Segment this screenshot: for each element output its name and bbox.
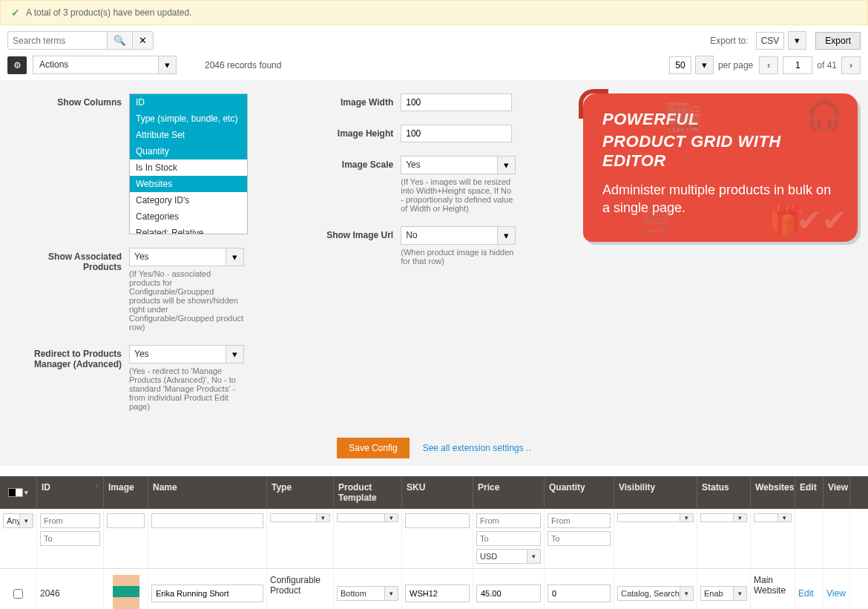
show-image-url-select[interactable]: No ▾: [401, 226, 516, 245]
cell-ptpl-select[interactable]: Bottom▾: [337, 586, 398, 601]
cell-websites: Main Website: [751, 569, 795, 609]
actions-select[interactable]: Actions ▾: [33, 56, 177, 74]
header-edit: Edit: [795, 476, 823, 509]
cell-name-input[interactable]: [151, 585, 263, 602]
cell-price-input[interactable]: [476, 585, 541, 602]
cell-visibility-select[interactable]: Catalog, Search▾: [617, 586, 694, 601]
header-status[interactable]: Status: [697, 476, 751, 509]
filter-sku[interactable]: [405, 513, 470, 528]
cell-qty-input[interactable]: [548, 585, 611, 602]
config-panel: Show Columns IDType (simple, bundle, etc…: [0, 80, 868, 427]
filter-qty-from[interactable]: [548, 513, 611, 528]
next-page-button[interactable]: ›: [841, 56, 861, 74]
filter-status-select[interactable]: ▾: [700, 513, 747, 522]
show-columns-label: Show Columns: [10, 93, 122, 234]
promo-bg-icons: 🏬 🎧 🛒 🎁 ✔✔: [583, 93, 858, 242]
header-type[interactable]: Type: [267, 476, 334, 509]
chevron-down-icon: ▾: [232, 349, 237, 360]
filter-name[interactable]: [151, 513, 263, 528]
save-config-button[interactable]: Save Config: [337, 438, 409, 458]
filter-id-from[interactable]: [40, 513, 100, 528]
chevron-right-icon: ›: [849, 60, 852, 70]
page-size-caret[interactable]: ▾: [695, 56, 714, 74]
header-id[interactable]: ID: [37, 476, 104, 509]
show-image-url-caret[interactable]: ▾: [497, 226, 516, 245]
filter-price-from[interactable]: [476, 513, 541, 528]
see-all-settings-link[interactable]: See all extension settings ..: [423, 443, 531, 453]
redirect-hint: (Yes - redirect to 'Manage Products (Adv…: [129, 366, 244, 411]
filter-currency-select[interactable]: USD▾: [476, 549, 541, 564]
product-grid: ▾ ID Image Name Type Product Template SK…: [0, 476, 868, 609]
export-format-select[interactable]: CSV: [756, 32, 785, 50]
header-view: View: [823, 476, 850, 509]
page-input[interactable]: [783, 56, 812, 74]
header-product-template[interactable]: Product Template: [334, 476, 402, 509]
column-option[interactable]: Attribute Set: [130, 127, 247, 143]
cell-image: [104, 569, 148, 609]
show-associated-caret[interactable]: ▾: [226, 248, 244, 266]
header-price[interactable]: Price: [473, 476, 545, 509]
header-sku[interactable]: SKU: [402, 476, 473, 509]
show-associated-select[interactable]: Yes ▾: [129, 248, 244, 266]
search-group: 🔍 ✕: [7, 31, 154, 50]
page-size-input[interactable]: [669, 56, 691, 74]
save-row: Save Config See all extension settings .…: [0, 427, 868, 466]
filter-websites-select[interactable]: ▾: [754, 513, 792, 522]
per-page-label: per page: [718, 60, 753, 70]
header-websites[interactable]: Websites: [751, 476, 795, 509]
chevron-down-icon: ▾: [702, 59, 707, 70]
column-option[interactable]: Websites: [130, 176, 247, 192]
column-option[interactable]: Quantity: [130, 143, 247, 159]
column-option[interactable]: Related: Relative Products IDs: [130, 225, 247, 234]
image-scale-select[interactable]: Yes ▾: [401, 156, 516, 174]
actions-caret[interactable]: ▾: [158, 56, 177, 74]
header-name[interactable]: Name: [148, 476, 267, 509]
image-height-input[interactable]: [401, 125, 512, 142]
redirect-select[interactable]: Yes ▾: [129, 345, 244, 363]
row-checkbox[interactable]: [13, 589, 23, 599]
filter-any-select[interactable]: Any▾: [3, 513, 33, 528]
show-associated-hint: (If Yes/No - associated products for Con…: [129, 269, 244, 332]
search-input[interactable]: [7, 31, 108, 50]
cell-id: 2046: [37, 569, 104, 609]
filter-image[interactable]: [107, 513, 145, 528]
header-image[interactable]: Image: [104, 476, 148, 509]
prev-page-button[interactable]: ‹: [759, 56, 778, 74]
image-height-label: Image Height: [282, 125, 393, 142]
chevron-down-icon: ▾: [24, 489, 28, 496]
filter-ptpl-select[interactable]: ▾: [337, 513, 398, 522]
show-columns-listbox[interactable]: IDType (simple, bundle, etc)Attribute Se…: [129, 93, 248, 234]
chevron-down-icon: ▾: [20, 513, 33, 528]
edit-link[interactable]: Edit: [798, 588, 820, 599]
headset-icon: 🎧: [806, 98, 843, 133]
image-width-input[interactable]: [401, 93, 512, 111]
show-image-url-label: Show Image Url: [282, 226, 393, 266]
header-select[interactable]: ▾: [0, 476, 37, 509]
image-scale-hint: (If Yes - images will be resized into Wi…: [401, 177, 516, 213]
column-option[interactable]: ID: [130, 94, 247, 111]
column-option[interactable]: Is In Stock: [130, 159, 247, 176]
sub-toolbar: ⚙ Actions ▾ 2046 records found ▾ per pag…: [0, 56, 868, 80]
header-visibility[interactable]: Visibility: [614, 476, 697, 509]
column-option[interactable]: Categories: [130, 208, 247, 225]
chevron-down-icon: ▾: [527, 549, 541, 564]
search-button[interactable]: 🔍: [107, 31, 133, 50]
redirect-caret[interactable]: ▾: [226, 345, 244, 363]
filter-price-to[interactable]: [476, 531, 541, 546]
filter-type-select[interactable]: ▾: [270, 513, 330, 522]
filter-visibility-select[interactable]: ▾: [617, 513, 694, 522]
header-quantity[interactable]: Quantity: [545, 476, 614, 509]
image-scale-caret[interactable]: ▾: [497, 156, 516, 174]
column-option[interactable]: Category ID's: [130, 192, 247, 208]
clear-search-button[interactable]: ✕: [132, 31, 154, 50]
column-option[interactable]: Type (simple, bundle, etc): [130, 111, 247, 127]
export-format-caret[interactable]: ▾: [788, 31, 806, 50]
cell-sku-input[interactable]: [405, 585, 470, 602]
view-link[interactable]: View: [826, 588, 846, 599]
filter-qty-to[interactable]: [548, 531, 611, 546]
grid-header: ▾ ID Image Name Type Product Template SK…: [0, 476, 868, 509]
cell-status-select[interactable]: Enab▾: [700, 586, 747, 601]
filter-id-to[interactable]: [40, 531, 100, 546]
export-button[interactable]: Export: [815, 32, 861, 50]
config-toggle-button[interactable]: ⚙: [7, 56, 27, 74]
